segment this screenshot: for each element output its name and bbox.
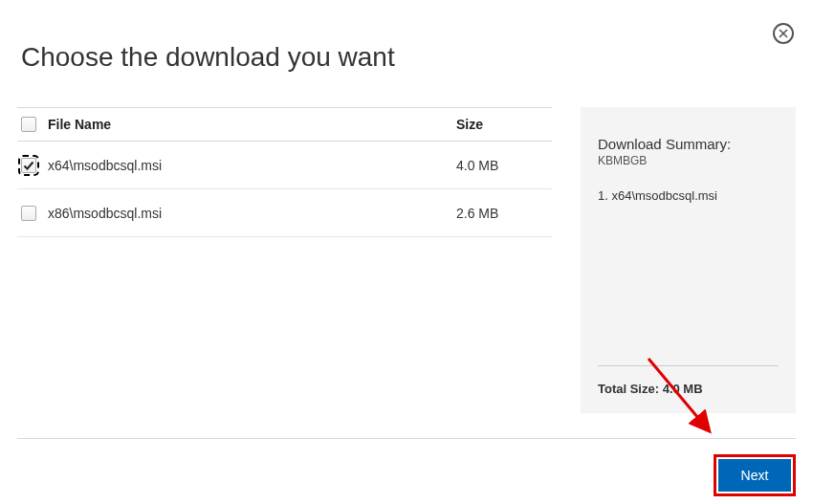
file-size: 2.6 MB: [456, 206, 552, 221]
page-title: Choose the download you want: [0, 0, 813, 73]
summary-panel: Download Summary: KBMBGB 1. x64\msodbcsq…: [581, 107, 796, 413]
next-button[interactable]: Next: [718, 459, 791, 492]
column-size-header: Size: [456, 117, 552, 132]
summary-title: Download Summary:: [598, 136, 779, 152]
file-name: x64\msodbcsql.msi: [48, 158, 456, 173]
column-filename-header: File Name: [48, 117, 456, 132]
footer-bar: Next: [17, 438, 796, 496]
table-row[interactable]: x86\msodbcsql.msi 2.6 MB: [17, 189, 552, 237]
select-all-checkbox[interactable]: [21, 117, 36, 132]
content-row: File Name Size x64\msodbcsql.msi 4.0 MB …: [0, 107, 813, 413]
summary-total: Total Size: 4.0 MB: [598, 365, 779, 396]
next-button-highlight: Next: [714, 454, 796, 496]
check-icon: [23, 160, 34, 171]
file-name: x86\msodbcsql.msi: [48, 206, 456, 221]
summary-item: 1. x64\msodbcsql.msi: [598, 188, 779, 203]
summary-units: KBMBGB: [598, 154, 779, 167]
close-button[interactable]: [773, 23, 794, 44]
table-header: File Name Size: [17, 107, 552, 142]
close-icon: [779, 29, 788, 38]
table-row[interactable]: x64\msodbcsql.msi 4.0 MB: [17, 142, 552, 189]
file-checkbox[interactable]: [21, 206, 36, 221]
file-checkbox[interactable]: [21, 158, 36, 173]
file-size: 4.0 MB: [456, 158, 552, 173]
file-table: File Name Size x64\msodbcsql.msi 4.0 MB …: [17, 107, 552, 413]
